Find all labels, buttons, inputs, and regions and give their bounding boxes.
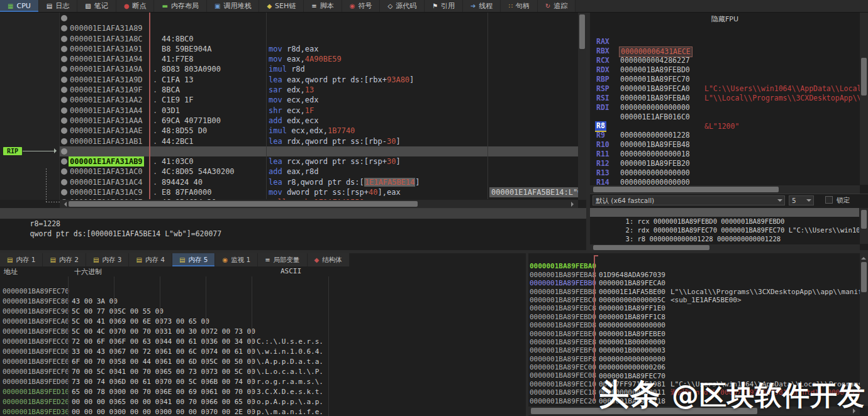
toolbar-tab[interactable]: ◆ SEH链 — [259, 0, 304, 12]
toolbar-tab[interactable]: ▤ 日志 — [39, 0, 77, 12]
toolbar-tab[interactable]: ● 断点 — [116, 0, 155, 12]
toolbar-tab[interactable]: ≡ 脚本 — [304, 0, 342, 12]
dump-row[interactable]: 0000001BA89FEC90 5C 00 41 00 70 00 70 00… — [0, 297, 526, 307]
argument-row[interactable]: 2: rdx 0000001BA89FEC70 0000001BA89FEC70… — [590, 217, 859, 226]
disasm-row[interactable]: 000001E1AFA31ACE 4D:85C9 test r9,r9 — [60, 187, 578, 197]
dump-row[interactable]: 0000001BA89FECB0 72 00 6F 00 67 00 72 00… — [0, 317, 526, 327]
argument-count-spinner[interactable]: 5 — [789, 195, 814, 205]
v-scrollbar[interactable] — [860, 208, 868, 244]
toolbar-tab[interactable]: ◉ 符号 — [342, 0, 381, 12]
disasm-row[interactable]: 000001E1AFA31AA4 69CA 40771B00 imul ecx,… — [60, 95, 578, 105]
scrollbar-thumb[interactable] — [579, 14, 585, 49]
disasm-row[interactable]: 000001E1AFA31AC4 E8 87FA0000 call <sub_1… — [60, 167, 578, 177]
dump-tab[interactable]: ◆ 结构体 — [308, 253, 350, 266]
scrollbar-thumb[interactable] — [593, 187, 779, 192]
stack-row[interactable]: 0000001BA89FEBD0 0000000000000000 — [528, 304, 860, 312]
disasm-row[interactable]: 000001E1AFA31A9A C1FA 13 sar edx,13 — [60, 54, 578, 64]
register-row[interactable]: RSI 0000000000000000 — [590, 84, 860, 94]
hide-fpu-button[interactable]: 隐藏FPU — [590, 14, 860, 24]
scrollbar-thumb[interactable] — [861, 58, 867, 96]
toolbar-tab[interactable]: ➔ 线程 — [463, 0, 501, 12]
register-row[interactable]: R11 0000001BA89FEB20 — [590, 140, 860, 150]
register-row[interactable]: RCX 0000001BA89FEBD0 — [590, 47, 860, 56]
argument-row[interactable]: 4: r9 0000001BA89FEB48 0000001BA89FEB48 — [590, 234, 859, 243]
register-row[interactable]: R10 0000000000000018 — [590, 131, 860, 140]
dump-row[interactable]: 0000001BA89FED40 00 00 00 00 00 00 00 00… — [0, 407, 526, 416]
toolbar-tab[interactable]: ∷ 句柄 — [501, 0, 537, 12]
disasm-row[interactable]: 000001E1AFA31A8C B8 59BE904A mov eax,4A9… — [60, 23, 578, 33]
stack-row[interactable]: 0000001BA89FEBC8 0000001BA89FF1C8 — [528, 296, 860, 304]
disasm-row[interactable]: 000001E1AFA31A89 44:8BC0 mov r8d,eax — [60, 13, 578, 23]
register-row[interactable]: R8 0000000000001228 — [590, 112, 860, 121]
disasm-row[interactable]: 000001E1AFA31AB6 41:03C0 add eax,r8d — [60, 136, 578, 146]
register-row[interactable]: R14 0000000000000000 — [590, 168, 860, 178]
stack-row[interactable]: 0000001BA89FEBB8 000000000000005C — [528, 279, 860, 287]
toolbar-tab[interactable]: ▧ 笔记 — [77, 0, 116, 12]
scroll-up-icon[interactable] — [861, 255, 866, 260]
register-row[interactable]: R12 0000000000000000 — [590, 150, 860, 159]
disasm-row[interactable]: 000001E1AFA31A9D 8BCA mov ecx,edx — [60, 64, 578, 74]
disasm-row[interactable]: 000001E1AFA31AC0 894424 40 mov dword ptr… — [60, 156, 578, 167]
stack-row[interactable]: 0000001BA89FEBD8 0000001BA89FEBE0 — [528, 313, 860, 321]
toolbar-tab[interactable]: ↻ 追踪 — [538, 0, 576, 12]
dump-row[interactable]: 0000001BA89FED20 00 00 00 00 00 00 00 00… — [0, 387, 526, 397]
dump-row[interactable]: 0000001BA89FECF0 73 00 74 00 00 00 70 00… — [0, 357, 526, 367]
stack-row[interactable]: 0000001BA89FEBE0 0000001B00000000 — [528, 321, 860, 329]
h-scrollbar[interactable] — [60, 200, 578, 208]
v-scrollbar[interactable] — [578, 13, 586, 200]
disasm-row[interactable]: 000001E1AFA31A9F C1E9 1F shr ecx,1F — [60, 75, 578, 85]
argument-row[interactable]: 3: r8 0000000000001228 0000000000001228 — [590, 226, 859, 234]
stack-row[interactable]: 0000001BA89FEBB0 000001E1AFA5BE00 <sub_1… — [528, 271, 860, 279]
register-row[interactable]: RAX 000000006431AECE — [590, 28, 860, 37]
toolbar-tab[interactable]: ▬ 内存布局 — [154, 0, 206, 12]
stack-row[interactable]: 0000001BA89FEBA8 0000001BA89FECA0 L"\\Lo… — [528, 262, 860, 270]
scrollbar-thumb[interactable] — [861, 210, 867, 229]
disasm-row[interactable]: 000001E1AFA31AA2 03D1 add edx,ecx — [60, 85, 578, 95]
scrollbar-thumb[interactable] — [861, 262, 867, 292]
scroll-right-icon[interactable] — [571, 202, 576, 207]
h-scrollbar[interactable] — [590, 185, 860, 194]
stack-row[interactable]: 0000001BA89FEC00 0000001BA89FEC70 L"C:\\… — [528, 355, 860, 363]
dump-tab[interactable]: ▤ 内存 1 — [0, 253, 43, 266]
stack-row[interactable]: 0000001BA89FEBC0 0000001BA89FF1E0 — [528, 288, 860, 296]
lock-checkbox[interactable] — [825, 196, 833, 204]
dump-row[interactable]: 0000001BA89FEC80 5C 00 77 00 69 00 6E 00… — [0, 287, 526, 297]
calling-convention-select[interactable]: 默认 (x64 fastcall) — [593, 195, 785, 205]
toolbar-tab[interactable]: ▣ 调用堆栈 — [207, 0, 259, 12]
register-row[interactable]: RDX 0000001BA89FEC70 L"C:\\Users\\win106… — [590, 56, 860, 65]
dump-row[interactable]: 0000001BA89FECC0 33 00 43 00 58 00 44 00… — [0, 327, 526, 337]
scrollbar-thumb[interactable] — [593, 245, 709, 250]
dump-row[interactable]: 0000001BA89FECD0 6F 00 70 00 41 00 70 00… — [0, 337, 526, 347]
disasm-row[interactable]: 000001E1AFA31A91 41:F7E8 imul r8d — [60, 34, 578, 44]
register-row[interactable]: RSP 0000001BA89FEBA0 — [590, 75, 860, 84]
stack-row[interactable]: 0000001BA89FEBF8 0000000000000206 — [528, 346, 860, 354]
dump-row[interactable]: 0000001BA89FED10 00 00 00 00 00 00 00 00… — [0, 377, 526, 387]
disasm-row[interactable]: 000001E1AFA31AB1 48:8D4C24 30 lea rcx,qw… — [60, 126, 578, 136]
dump-tab[interactable]: ◉ 监视 1 — [215, 253, 258, 266]
stack-row[interactable]: 0000001BA89FEBE8 0000001B00000003 — [528, 330, 860, 338]
disasm-row[interactable]: 000001E1AFA31A94 8D83 803A0900 lea eax,q… — [60, 44, 578, 54]
dump-tab[interactable]: ▤ 内存 3 — [86, 253, 129, 266]
stack-row[interactable]: 0000001BA89FEC08 00007FF9715E1981 返回到 nt… — [528, 363, 860, 371]
register-row[interactable]: R9 0000001BA89FEB48 — [590, 121, 860, 131]
argument-row[interactable]: 1: rcx 0000001BA89FEBD0 0000001BA89FEBD0 — [590, 208, 859, 217]
toolbar-tab[interactable]: ◇ 源代码 — [380, 0, 425, 12]
dump-tab[interactable]: ▤ 内存 5 — [172, 253, 215, 266]
stack-row[interactable]: 0000001BA89FEBF0 0000000000000000 — [528, 338, 860, 346]
dump-row[interactable]: 0000001BA89FED00 65 00 78 00 65 00 00 00… — [0, 367, 526, 377]
dump-tab[interactable]: ▤ 内存 4 — [129, 253, 172, 266]
scroll-left-icon[interactable] — [62, 202, 67, 207]
dump-row[interactable]: 0000001BA89FECA0 5C 00 4C 00 6F 00 63 00… — [0, 307, 526, 317]
toolbar-tab[interactable]: ⚑ 引用 — [425, 0, 463, 12]
stack-row[interactable]: 0000001BA89FEBA0 01D9648ADA967039 — [528, 254, 860, 262]
disasm-row[interactable]: 000001E1AFA31AB9 4C:8D05 54A30200 lea r8… — [60, 146, 578, 156]
toolbar-tab[interactable]: ▦ CPU — [0, 0, 39, 12]
dump-row[interactable]: 0000001BA89FED30 00 00 00 00 00 00 00 00… — [0, 397, 526, 407]
register-row[interactable]: RBP 0000001BA89FECA0 L"\\Local\\Programs… — [590, 65, 860, 75]
dump-tab[interactable]: ▤ 内存 2 — [43, 253, 86, 266]
v-scrollbar[interactable] — [860, 13, 868, 185]
dump-tab[interactable]: ≡ 局部变量 — [258, 253, 307, 266]
register-row[interactable]: RBX 0000000004286227 — [590, 37, 860, 47]
disasm-row[interactable]: 000001E1AFA31AC9 4C:8B4C24 30 mov r9,qwo… — [60, 177, 578, 187]
disasm-row[interactable]: 000001E1AFA31AAA 48:8D55 D0 lea rdx,qwor… — [60, 106, 578, 116]
